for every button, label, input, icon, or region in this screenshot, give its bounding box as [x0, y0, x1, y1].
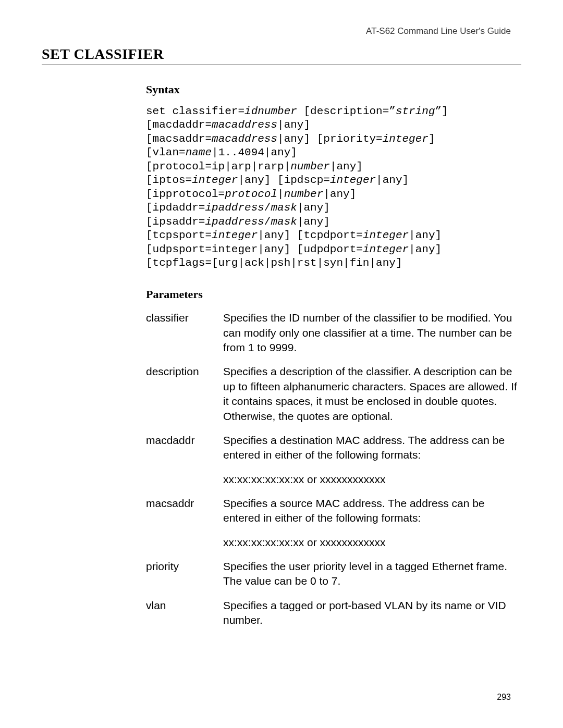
param-term: description [146, 364, 223, 379]
syntax-text: |any] [330, 161, 363, 172]
syntax-italic: integer [212, 229, 258, 241]
syntax-text: |any] [297, 216, 330, 228]
parameters-heading: Parameters [146, 288, 521, 301]
parameter-row: vlan Specifies a tagged or port-based VL… [146, 598, 521, 628]
syntax-text: ”] [435, 105, 448, 117]
syntax-italic: mask [271, 202, 297, 214]
page-number-text: 293 [497, 693, 511, 701]
param-desc-text: Specifies a source MAC address. The addr… [223, 497, 485, 524]
syntax-text: |any] [297, 202, 330, 214]
param-desc: Specifies the ID number of the classifie… [223, 311, 521, 355]
syntax-text: set classifier= [146, 105, 244, 117]
syntax-italic: mask [271, 216, 297, 228]
param-term: priority [146, 559, 223, 574]
document-page: AT-S62 Command Line User's Guide SET CLA… [0, 0, 563, 728]
section-rule [42, 65, 521, 65]
syntax-text: [protocol=ip|arp|rarp| [146, 161, 290, 172]
syntax-italic: integer [363, 243, 409, 255]
syntax-italic: ipaddress [205, 216, 264, 228]
syntax-text: [tcpflags=[urg|ack|psh|rst|syn|fin|any] [146, 257, 402, 269]
syntax-text: |1..4094|any] [212, 146, 297, 158]
parameter-row: macsaddr Specifies a source MAC address.… [146, 496, 521, 550]
param-term: vlan [146, 598, 223, 613]
syntax-italic: macaddress [212, 119, 277, 131]
syntax-italic: number [284, 188, 324, 200]
param-desc: Specifies a tagged or port-based VLAN by… [223, 598, 521, 628]
parameters-table: classifier Specifies the ID number of th… [146, 311, 521, 627]
param-desc: Specifies the user priority level in a t… [223, 559, 521, 589]
syntax-italic: macaddress [212, 133, 277, 145]
syntax-italic: integer [363, 229, 409, 241]
syntax-text: |any] [376, 174, 409, 186]
parameter-row: classifier Specifies the ID number of th… [146, 311, 521, 355]
syntax-text: |any] [ipdscp= [238, 174, 329, 186]
syntax-text: / [264, 202, 271, 214]
syntax-italic: string [396, 105, 435, 117]
syntax-italic: integer [383, 133, 429, 145]
syntax-text: ] [429, 133, 435, 145]
running-header-text: AT-S62 Command Line User's Guide [366, 26, 511, 36]
param-desc: Specifies a description of the classifie… [223, 364, 521, 423]
syntax-text: [description=” [297, 105, 396, 117]
param-term: macdaddr [146, 433, 223, 448]
syntax-text: [ipdaddr= [146, 202, 205, 214]
param-term: macsaddr [146, 496, 223, 511]
syntax-heading-text: Syntax [146, 83, 180, 96]
syntax-text: |any] [priority= [277, 133, 383, 145]
param-term: classifier [146, 311, 223, 325]
param-sub: xx:xx:xx:xx:xx:xx or xxxxxxxxxxxx [223, 472, 521, 487]
syntax-text: [vlan= [146, 146, 186, 158]
syntax-italic: name [186, 146, 212, 158]
param-sub: xx:xx:xx:xx:xx:xx or xxxxxxxxxxxx [223, 535, 521, 550]
page-number: 293 [497, 693, 511, 702]
running-header: AT-S62 Command Line User's Guide [366, 26, 511, 36]
syntax-italic: protocol [225, 188, 277, 200]
param-desc: Specifies a destination MAC address. The… [223, 433, 521, 487]
syntax-text: [udpsport=integer|any] [udpdport= [146, 243, 363, 255]
syntax-text: [ipprotocol= [146, 188, 225, 200]
section-title-text: SET CLASSIFIER [42, 46, 164, 62]
syntax-text: [macdaddr= [146, 119, 212, 131]
syntax-text: [macsaddr= [146, 133, 212, 145]
syntax-text: [tcpsport= [146, 229, 212, 241]
syntax-text: / [264, 216, 271, 228]
syntax-italic: integer [192, 174, 238, 186]
syntax-heading: Syntax [146, 83, 521, 96]
parameter-row: priority Specifies the user priority lev… [146, 559, 521, 589]
syntax-text: |any] [323, 188, 356, 200]
body-column: Syntax set classifier=idnumber [descript… [146, 83, 521, 627]
parameter-row: macdaddr Specifies a destination MAC add… [146, 433, 521, 487]
parameters-heading-text: Parameters [146, 288, 203, 301]
syntax-text: [iptos= [146, 174, 192, 186]
syntax-italic: idnumber [244, 105, 297, 117]
syntax-text: |any] [409, 229, 442, 241]
syntax-text: | [277, 188, 284, 200]
syntax-text: |any] [277, 119, 310, 131]
syntax-italic: integer [330, 174, 376, 186]
param-desc: Specifies a source MAC address. The addr… [223, 496, 521, 550]
syntax-text: |any] [409, 243, 442, 255]
syntax-italic: number [290, 161, 330, 172]
param-desc-text: Specifies a destination MAC address. The… [223, 434, 505, 461]
syntax-italic: ipaddress [205, 202, 264, 214]
parameter-row: description Specifies a description of t… [146, 364, 521, 423]
syntax-text: |any] [tcpdport= [258, 229, 363, 241]
syntax-block: set classifier=idnumber [description=”st… [146, 105, 521, 270]
syntax-text: [ipsaddr= [146, 216, 205, 228]
section-title: SET CLASSIFIER [42, 46, 521, 63]
